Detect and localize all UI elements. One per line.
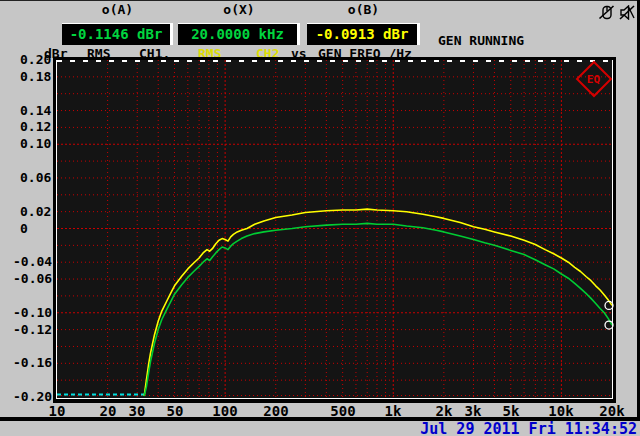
graph-plot-area[interactable]: EQ [56, 60, 613, 399]
mouse-disabled-icon [598, 5, 615, 24]
cursor-x-header: o(X) [178, 2, 300, 18]
y-tick--0.12: -0.12 [13, 323, 52, 337]
y-tick-0.18: 0.18 [20, 70, 51, 84]
y-tick--0.16: -0.16 [13, 356, 52, 370]
y-tick-0.10: 0.10 [20, 137, 51, 151]
date-time-display: Jul 29 2011 Fri 11:34:52 [420, 420, 637, 436]
generator-status: GEN RUNNING [438, 33, 571, 48]
cursor-b-readout: -0.0913 dBr [307, 23, 420, 45]
y-tick-0.14: 0.14 [20, 104, 51, 118]
y-tick--0.04: -0.04 [13, 255, 52, 269]
graph-frame: EQ [53, 57, 616, 403]
trace-ch2-yellow [144, 209, 612, 396]
y-tick--0.20: -0.20 [13, 390, 52, 404]
cursor-a-header: o(A) [62, 2, 173, 18]
y-tick-0: 0 [20, 222, 28, 236]
cursor-b-header: o(B) [307, 2, 420, 18]
y-tick-0.06: 0.06 [20, 171, 51, 185]
y-tick-0.20: 0.20 [20, 53, 51, 67]
trace-ch1-green [144, 223, 612, 396]
y-tick-0.12: 0.12 [20, 120, 51, 134]
y-tick--0.10: -0.10 [13, 306, 52, 320]
speaker-muted-icon [618, 5, 636, 24]
audio-analyzer-screen: o(A) o(X) o(B) -0.1146 dBr 20.0000 kHz -… [0, 0, 640, 436]
cursor-x-readout: 20.0000 kHz [178, 23, 300, 45]
y-tick--0.06: -0.06 [13, 272, 52, 286]
frequency-response-plot [57, 60, 614, 399]
y-tick-0.02: 0.02 [20, 205, 51, 219]
cursor-a-readout: -0.1146 dBr [62, 23, 173, 45]
screen-top-edge [0, 0, 640, 1]
